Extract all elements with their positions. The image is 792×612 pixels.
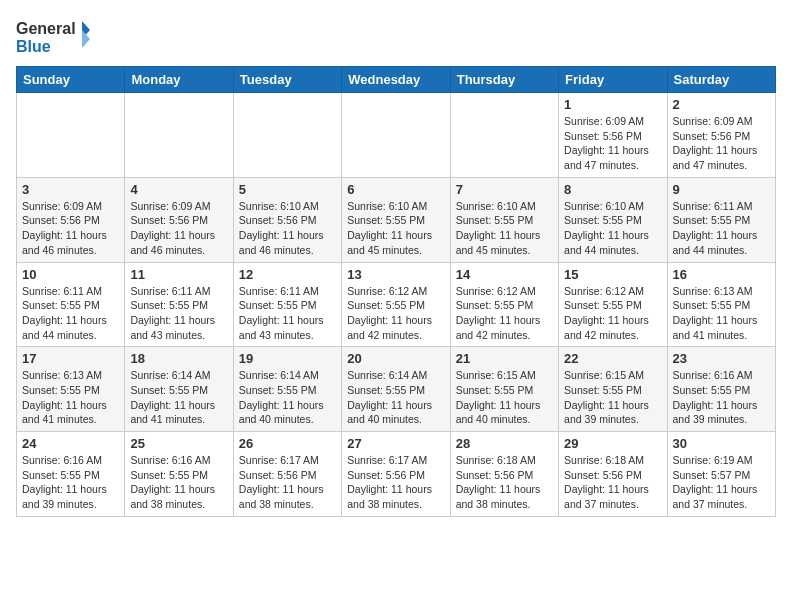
- day-number: 20: [347, 351, 444, 366]
- calendar-week-1: 1Sunrise: 6:09 AM Sunset: 5:56 PM Daylig…: [17, 93, 776, 178]
- day-number: 22: [564, 351, 661, 366]
- calendar-cell: 30Sunrise: 6:19 AM Sunset: 5:57 PM Dayli…: [667, 432, 775, 517]
- day-info: Sunrise: 6:16 AM Sunset: 5:55 PM Dayligh…: [130, 453, 227, 512]
- calendar-cell: 29Sunrise: 6:18 AM Sunset: 5:56 PM Dayli…: [559, 432, 667, 517]
- day-info: Sunrise: 6:10 AM Sunset: 5:55 PM Dayligh…: [347, 199, 444, 258]
- day-number: 12: [239, 267, 336, 282]
- day-info: Sunrise: 6:10 AM Sunset: 5:56 PM Dayligh…: [239, 199, 336, 258]
- day-info: Sunrise: 6:15 AM Sunset: 5:55 PM Dayligh…: [456, 368, 553, 427]
- svg-text:Blue: Blue: [16, 38, 51, 55]
- calendar-week-3: 10Sunrise: 6:11 AM Sunset: 5:55 PM Dayli…: [17, 262, 776, 347]
- day-number: 25: [130, 436, 227, 451]
- day-header-saturday: Saturday: [667, 67, 775, 93]
- calendar-cell: [233, 93, 341, 178]
- day-number: 24: [22, 436, 119, 451]
- calendar-cell: 4Sunrise: 6:09 AM Sunset: 5:56 PM Daylig…: [125, 177, 233, 262]
- day-header-wednesday: Wednesday: [342, 67, 450, 93]
- day-number: 5: [239, 182, 336, 197]
- calendar-header-row: SundayMondayTuesdayWednesdayThursdayFrid…: [17, 67, 776, 93]
- day-header-sunday: Sunday: [17, 67, 125, 93]
- day-number: 27: [347, 436, 444, 451]
- day-number: 7: [456, 182, 553, 197]
- calendar-cell: [17, 93, 125, 178]
- calendar-cell: [125, 93, 233, 178]
- calendar-cell: 8Sunrise: 6:10 AM Sunset: 5:55 PM Daylig…: [559, 177, 667, 262]
- calendar-cell: 19Sunrise: 6:14 AM Sunset: 5:55 PM Dayli…: [233, 347, 341, 432]
- day-info: Sunrise: 6:16 AM Sunset: 5:55 PM Dayligh…: [22, 453, 119, 512]
- day-number: 28: [456, 436, 553, 451]
- logo-icon: GeneralBlue: [16, 16, 96, 58]
- calendar-cell: 5Sunrise: 6:10 AM Sunset: 5:56 PM Daylig…: [233, 177, 341, 262]
- day-number: 17: [22, 351, 119, 366]
- day-info: Sunrise: 6:13 AM Sunset: 5:55 PM Dayligh…: [22, 368, 119, 427]
- day-number: 2: [673, 97, 770, 112]
- calendar: SundayMondayTuesdayWednesdayThursdayFrid…: [16, 66, 776, 517]
- calendar-cell: 27Sunrise: 6:17 AM Sunset: 5:56 PM Dayli…: [342, 432, 450, 517]
- day-number: 15: [564, 267, 661, 282]
- svg-text:General: General: [16, 20, 76, 37]
- calendar-cell: 10Sunrise: 6:11 AM Sunset: 5:55 PM Dayli…: [17, 262, 125, 347]
- day-header-friday: Friday: [559, 67, 667, 93]
- calendar-cell: 23Sunrise: 6:16 AM Sunset: 5:55 PM Dayli…: [667, 347, 775, 432]
- day-info: Sunrise: 6:17 AM Sunset: 5:56 PM Dayligh…: [347, 453, 444, 512]
- day-info: Sunrise: 6:16 AM Sunset: 5:55 PM Dayligh…: [673, 368, 770, 427]
- calendar-cell: 26Sunrise: 6:17 AM Sunset: 5:56 PM Dayli…: [233, 432, 341, 517]
- day-info: Sunrise: 6:14 AM Sunset: 5:55 PM Dayligh…: [239, 368, 336, 427]
- calendar-cell: 22Sunrise: 6:15 AM Sunset: 5:55 PM Dayli…: [559, 347, 667, 432]
- calendar-cell: 1Sunrise: 6:09 AM Sunset: 5:56 PM Daylig…: [559, 93, 667, 178]
- day-header-monday: Monday: [125, 67, 233, 93]
- day-info: Sunrise: 6:12 AM Sunset: 5:55 PM Dayligh…: [347, 284, 444, 343]
- day-number: 1: [564, 97, 661, 112]
- calendar-cell: 15Sunrise: 6:12 AM Sunset: 5:55 PM Dayli…: [559, 262, 667, 347]
- day-info: Sunrise: 6:13 AM Sunset: 5:55 PM Dayligh…: [673, 284, 770, 343]
- day-number: 19: [239, 351, 336, 366]
- day-number: 10: [22, 267, 119, 282]
- day-info: Sunrise: 6:12 AM Sunset: 5:55 PM Dayligh…: [564, 284, 661, 343]
- day-number: 23: [673, 351, 770, 366]
- day-number: 3: [22, 182, 119, 197]
- day-number: 14: [456, 267, 553, 282]
- calendar-cell: 16Sunrise: 6:13 AM Sunset: 5:55 PM Dayli…: [667, 262, 775, 347]
- day-info: Sunrise: 6:10 AM Sunset: 5:55 PM Dayligh…: [456, 199, 553, 258]
- calendar-cell: 13Sunrise: 6:12 AM Sunset: 5:55 PM Dayli…: [342, 262, 450, 347]
- day-header-thursday: Thursday: [450, 67, 558, 93]
- calendar-cell: 21Sunrise: 6:15 AM Sunset: 5:55 PM Dayli…: [450, 347, 558, 432]
- day-info: Sunrise: 6:19 AM Sunset: 5:57 PM Dayligh…: [673, 453, 770, 512]
- day-info: Sunrise: 6:11 AM Sunset: 5:55 PM Dayligh…: [239, 284, 336, 343]
- calendar-cell: 17Sunrise: 6:13 AM Sunset: 5:55 PM Dayli…: [17, 347, 125, 432]
- day-number: 18: [130, 351, 227, 366]
- day-info: Sunrise: 6:18 AM Sunset: 5:56 PM Dayligh…: [456, 453, 553, 512]
- day-info: Sunrise: 6:11 AM Sunset: 5:55 PM Dayligh…: [22, 284, 119, 343]
- calendar-cell: 20Sunrise: 6:14 AM Sunset: 5:55 PM Dayli…: [342, 347, 450, 432]
- calendar-cell: 12Sunrise: 6:11 AM Sunset: 5:55 PM Dayli…: [233, 262, 341, 347]
- day-number: 26: [239, 436, 336, 451]
- calendar-cell: 7Sunrise: 6:10 AM Sunset: 5:55 PM Daylig…: [450, 177, 558, 262]
- day-number: 29: [564, 436, 661, 451]
- calendar-cell: 14Sunrise: 6:12 AM Sunset: 5:55 PM Dayli…: [450, 262, 558, 347]
- day-number: 21: [456, 351, 553, 366]
- calendar-cell: 6Sunrise: 6:10 AM Sunset: 5:55 PM Daylig…: [342, 177, 450, 262]
- calendar-cell: 9Sunrise: 6:11 AM Sunset: 5:55 PM Daylig…: [667, 177, 775, 262]
- logo: GeneralBlue: [16, 16, 96, 58]
- day-number: 11: [130, 267, 227, 282]
- day-info: Sunrise: 6:11 AM Sunset: 5:55 PM Dayligh…: [130, 284, 227, 343]
- calendar-cell: [450, 93, 558, 178]
- day-info: Sunrise: 6:09 AM Sunset: 5:56 PM Dayligh…: [673, 114, 770, 173]
- calendar-cell: 3Sunrise: 6:09 AM Sunset: 5:56 PM Daylig…: [17, 177, 125, 262]
- calendar-week-4: 17Sunrise: 6:13 AM Sunset: 5:55 PM Dayli…: [17, 347, 776, 432]
- day-info: Sunrise: 6:10 AM Sunset: 5:55 PM Dayligh…: [564, 199, 661, 258]
- day-number: 4: [130, 182, 227, 197]
- day-info: Sunrise: 6:18 AM Sunset: 5:56 PM Dayligh…: [564, 453, 661, 512]
- calendar-cell: 24Sunrise: 6:16 AM Sunset: 5:55 PM Dayli…: [17, 432, 125, 517]
- calendar-cell: 2Sunrise: 6:09 AM Sunset: 5:56 PM Daylig…: [667, 93, 775, 178]
- calendar-week-5: 24Sunrise: 6:16 AM Sunset: 5:55 PM Dayli…: [17, 432, 776, 517]
- day-number: 16: [673, 267, 770, 282]
- day-info: Sunrise: 6:09 AM Sunset: 5:56 PM Dayligh…: [564, 114, 661, 173]
- day-number: 8: [564, 182, 661, 197]
- day-info: Sunrise: 6:11 AM Sunset: 5:55 PM Dayligh…: [673, 199, 770, 258]
- day-header-tuesday: Tuesday: [233, 67, 341, 93]
- day-info: Sunrise: 6:14 AM Sunset: 5:55 PM Dayligh…: [130, 368, 227, 427]
- page-header: GeneralBlue: [16, 16, 776, 58]
- day-info: Sunrise: 6:09 AM Sunset: 5:56 PM Dayligh…: [22, 199, 119, 258]
- calendar-cell: 28Sunrise: 6:18 AM Sunset: 5:56 PM Dayli…: [450, 432, 558, 517]
